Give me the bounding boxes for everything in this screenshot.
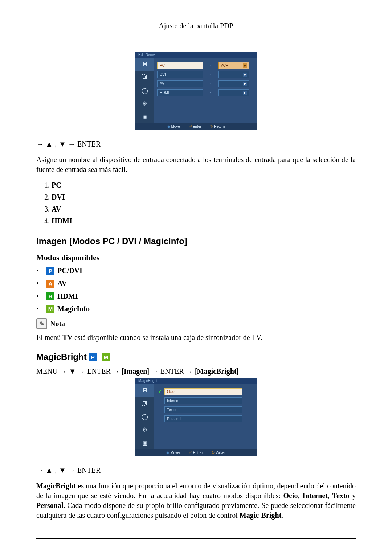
chevron-right-icon: ▶ xyxy=(243,73,247,77)
mode-item-magicinfo: M MagicInfo xyxy=(36,305,356,313)
osd-row-label: DVI xyxy=(157,71,203,78)
osd-help-enter: Entrar xyxy=(189,451,203,455)
osd-side-icons: 🖥 🖼 ◯ ⚙ ▣ xyxy=(135,384,154,449)
osd-icon-setup: ⚙ xyxy=(135,423,154,436)
osd-help-bar: Mover Entrar Volver xyxy=(135,449,257,456)
osd-row: Internet xyxy=(157,397,254,404)
osd-icon-multi: ▣ xyxy=(135,110,154,123)
mode-badge-p-icon: P xyxy=(46,267,54,275)
osd-edit-rows: PC : VCR▶ DVI : - - - -▶ AV : - - - -▶ H… xyxy=(154,58,257,123)
osd-help-bar: Move Enter Return xyxy=(135,123,257,130)
mode-label: MagicInfo xyxy=(57,305,90,313)
osd-row-label: Internet xyxy=(164,397,242,404)
osd-row-label: Texto xyxy=(164,406,242,413)
osd-row: Texto xyxy=(157,406,254,413)
note-icon: ✎ xyxy=(36,318,47,329)
check-placeholder xyxy=(157,416,162,422)
check-icon: ✔ xyxy=(157,389,162,394)
mode-badge-m-icon: M xyxy=(46,305,54,313)
osd-row: PC : VCR▶ xyxy=(157,62,254,69)
sub-heading-modos: Modos disponibles xyxy=(36,253,356,262)
osd-mb-body: 🖥 🖼 ◯ ⚙ ▣ ✔ Ocio Internet Texto xyxy=(135,384,257,449)
osd-icon-input: 🖥 xyxy=(135,384,154,397)
mode-label: PC/DVI xyxy=(57,267,82,275)
list-item: HDMI xyxy=(52,217,356,225)
osd-row-sep: : xyxy=(209,73,212,77)
osd-row: HDMI : - - - -▶ xyxy=(157,89,254,96)
mode-item-av: A AV xyxy=(36,279,356,288)
bottom-rule xyxy=(36,538,356,539)
osd-row-label: Personal xyxy=(164,415,242,422)
nav-sequence: → ▲ , ▼ → ENTER xyxy=(36,140,356,148)
section-heading-imagen: Imagen [Modos PC / DVI / MagicInfo] xyxy=(36,236,356,246)
note-paragraph: El menú TV está disponible cuando se ins… xyxy=(36,333,356,342)
chevron-right-icon: ▶ xyxy=(243,82,247,86)
osd-icon-sound: ◯ xyxy=(135,84,154,97)
osd-edit-title: Edit Name xyxy=(135,52,257,58)
mode-item-pcdvi: P PC/DVI xyxy=(36,267,356,275)
osd-icon-input: 🖥 xyxy=(135,58,154,71)
note-heading: ✎ Nota xyxy=(36,318,356,329)
page-title: Ajuste de la pantalla PDP xyxy=(36,22,356,30)
osd-icon-sound: ◯ xyxy=(135,410,154,423)
mode-label: HDMI xyxy=(57,292,78,300)
osd-row-sep: : xyxy=(209,91,212,95)
osd-side-icons: 🖥 🖼 ◯ ⚙ ▣ xyxy=(135,58,154,123)
mode-badge-p-icon: P xyxy=(89,353,97,361)
mode-badge-h-icon: H xyxy=(46,292,54,300)
osd-row-value: - - - -▶ xyxy=(218,89,249,96)
mode-item-hdmi: H HDMI xyxy=(36,292,356,300)
check-placeholder xyxy=(157,407,162,413)
mode-badge-a-icon: A xyxy=(46,280,54,288)
osd-icon-multi: ▣ xyxy=(135,436,154,449)
osd-row-value: VCR▶ xyxy=(218,62,249,69)
osd-row-label: Ocio xyxy=(164,388,242,395)
osd-row: Personal xyxy=(157,415,254,422)
section-heading-magicbright: MagicBright P M xyxy=(36,352,356,362)
nav-sequence: → ▲ , ▼ → ENTER xyxy=(36,466,356,475)
mode-list: P PC/DVI A AV H HDMI M MagicInfo xyxy=(36,267,356,313)
osd-row-value: - - - -▶ xyxy=(218,71,249,78)
check-placeholder xyxy=(157,398,162,403)
osd-mb-title: MagicBright xyxy=(135,378,257,384)
source-ordered-list: PC DVI AV HDMI xyxy=(44,181,356,225)
mode-badge-m-icon: M xyxy=(102,353,110,361)
osd-row-value: - - - -▶ xyxy=(218,80,249,87)
osd-row-label: AV xyxy=(157,80,203,87)
osd-row: DVI : - - - -▶ xyxy=(157,71,254,78)
osd-row-label: PC xyxy=(157,62,203,69)
osd-icon-setup: ⚙ xyxy=(135,97,154,110)
list-item: DVI xyxy=(52,193,356,201)
osd-icon-picture: 🖼 xyxy=(135,397,154,410)
top-rule xyxy=(36,33,356,33)
page: Ajuste de la pantalla PDP Edit Name 🖥 🖼 … xyxy=(0,0,392,553)
osd-magicbright: MagicBright 🖥 🖼 ◯ ⚙ ▣ ✔ Ocio Internet xyxy=(135,378,257,456)
list-item: AV xyxy=(52,205,356,213)
osd-mb-rows: ✔ Ocio Internet Texto Personal xyxy=(154,384,257,449)
osd-help-return: Volver xyxy=(212,451,226,455)
osd-help-move: Move xyxy=(167,124,180,128)
osd-row-sep: : xyxy=(209,63,212,68)
osd-row-label: HDMI xyxy=(157,89,203,96)
mode-label: AV xyxy=(57,279,67,288)
osd-row-sep: : xyxy=(209,82,212,86)
osd-icon-picture: 🖼 xyxy=(135,71,154,84)
assign-name-paragraph: Asigne un nombre al dispositivo de entra… xyxy=(36,155,356,175)
chevron-right-icon: ▶ xyxy=(243,63,247,68)
osd-row: AV : - - - -▶ xyxy=(157,80,254,87)
osd-edit-body: 🖥 🖼 ◯ ⚙ ▣ PC : VCR▶ DVI : - - - -▶ AV xyxy=(135,58,257,123)
list-item: PC xyxy=(52,181,356,189)
osd-help-move: Mover xyxy=(166,451,180,455)
osd-row: ✔ Ocio xyxy=(157,388,254,395)
chevron-right-icon: ▶ xyxy=(243,91,247,95)
osd-help-enter: Enter xyxy=(189,124,201,128)
magicbright-paragraph: MagicBright es una función que proporcio… xyxy=(36,481,356,520)
menu-path: MENU → ▼ → ENTER → [Imagen] → ENTER → [M… xyxy=(36,367,356,376)
osd-help-return: Return xyxy=(210,124,225,128)
osd-edit-name: Edit Name 🖥 🖼 ◯ ⚙ ▣ PC : VCR▶ DVI : - - … xyxy=(135,52,257,130)
